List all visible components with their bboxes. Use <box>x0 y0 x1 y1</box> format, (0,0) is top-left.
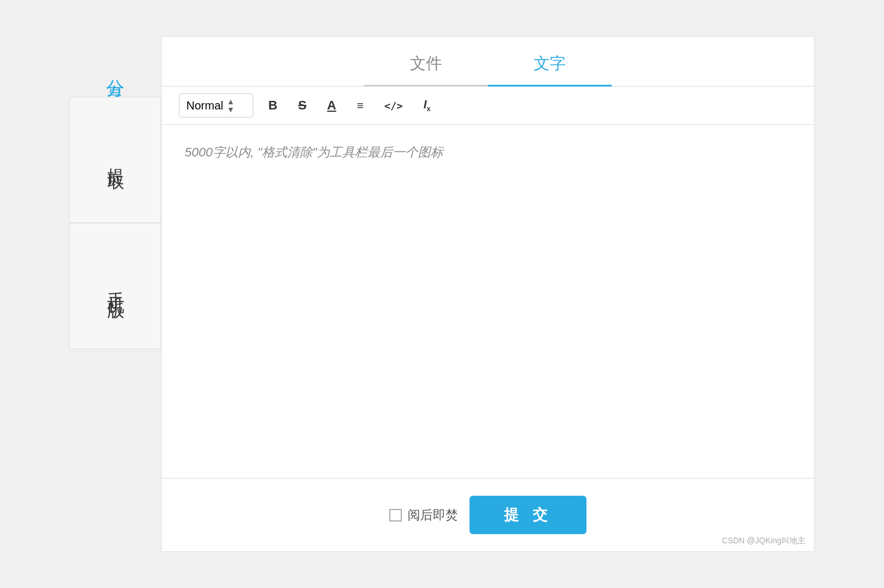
sidebar: 分享 提取 手机版 <box>69 36 161 552</box>
style-select-value: Normal <box>186 99 223 112</box>
select-arrows-icon: ▲ ▼ <box>226 97 234 113</box>
page-container: 分享 提取 手机版 文件 文字 Normal ▲ <box>69 36 815 552</box>
burn-after-read-checkbox[interactable] <box>389 509 402 522</box>
tab-file-label: 文件 <box>410 54 442 72</box>
watermark: CSDN @JQKing叫地主 <box>722 536 805 546</box>
bottom-bar: 阅后即焚 提 交 <box>162 478 814 551</box>
toolbar: Normal ▲ ▼ B S A ≡ </> Ix <box>162 87 814 125</box>
tab-text-label: 文字 <box>534 54 566 72</box>
sidebar-panels: 提取 手机版 <box>69 97 161 349</box>
burn-after-read-text: 阅后即焚 <box>408 507 458 524</box>
editor-placeholder: 5000字以内, "格式清除"为工具栏最后一个图标 <box>185 142 791 162</box>
sidebar-panel-extract: 提取 <box>69 97 161 223</box>
main-content: 文件 文字 Normal ▲ ▼ B S A ≡ </> Ix <box>161 36 815 552</box>
align-button[interactable]: ≡ <box>351 97 369 115</box>
underline-button[interactable]: A <box>322 96 342 115</box>
style-select[interactable]: Normal ▲ ▼ <box>179 93 253 117</box>
bold-button[interactable]: B <box>263 96 283 115</box>
burn-after-read-label[interactable]: 阅后即焚 <box>389 507 458 524</box>
clear-sub: x <box>427 105 431 113</box>
sidebar-item-share: 分享 <box>69 53 161 85</box>
strikethrough-button[interactable]: S <box>292 96 312 115</box>
tabs-container: 文件 文字 <box>162 37 814 87</box>
clear-format-button[interactable]: Ix <box>418 96 436 115</box>
share-label: 分享 <box>103 65 128 74</box>
tab-text[interactable]: 文字 <box>488 42 612 87</box>
extract-label: 提取 <box>104 154 127 166</box>
tab-file[interactable]: 文件 <box>364 42 488 87</box>
mobile-label: 手机版 <box>104 277 127 295</box>
code-button[interactable]: </> <box>378 97 409 114</box>
sidebar-panel-mobile: 手机版 <box>69 223 161 349</box>
editor-area[interactable]: 5000字以内, "格式清除"为工具栏最后一个图标 <box>162 125 814 478</box>
submit-button[interactable]: 提 交 <box>470 496 586 534</box>
